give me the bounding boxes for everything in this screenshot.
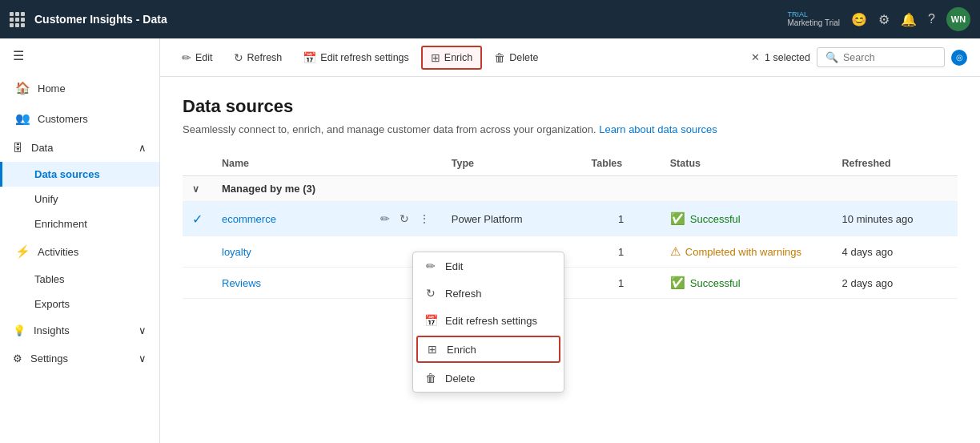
sidebar-group-label: Settings: [30, 352, 68, 364]
sidebar-item-tables[interactable]: Tables: [0, 267, 159, 292]
toolbar-right: ✕ 1 selected 🔍 ◎: [751, 47, 967, 67]
edit-button[interactable]: ✏ Edit: [173, 46, 222, 69]
group-chevron-icon[interactable]: ∨: [192, 183, 199, 195]
enrich-cm-icon: ⊞: [426, 343, 439, 356]
row-tables: 1: [582, 202, 661, 236]
page-description: Seamlessly connect to, enrich, and manag…: [183, 123, 958, 135]
trial-badge: Trial Marketing Trial: [788, 10, 841, 29]
blue-orb-icon: ◎: [951, 50, 967, 66]
learn-link[interactable]: Learn about data sources: [599, 123, 717, 135]
calendar-icon: 📅: [303, 51, 316, 64]
sidebar-subitem-label: Exports: [34, 298, 70, 310]
customers-icon: 👥: [15, 111, 30, 126]
context-menu-edit[interactable]: ✏ Edit: [413, 252, 564, 280]
success-icon: ✅: [670, 276, 685, 290]
sidebar-group-label: Data: [31, 142, 53, 154]
sidebar-group-settings[interactable]: ⚙ Settings ∨: [0, 344, 159, 373]
help-icon[interactable]: ?: [928, 12, 935, 26]
context-menu: ✏ Edit ↻ Refresh 📅 Edit refresh settings…: [412, 252, 564, 393]
refresh-row-icon[interactable]: ↻: [397, 210, 412, 228]
enrich-icon: ⊞: [431, 51, 440, 64]
row-type: Power Platform: [442, 202, 582, 236]
context-menu-enrich[interactable]: ⊞ Enrich: [416, 336, 560, 363]
sidebar-group-insights[interactable]: 💡 Insights ∨: [0, 316, 159, 344]
sidebar-item-exports[interactable]: Exports: [0, 292, 159, 316]
success-icon: ✅: [670, 211, 685, 226]
toolbar: ✏ Edit ↻ Refresh 📅 Edit refresh settings…: [160, 38, 980, 77]
search-input[interactable]: [843, 52, 936, 63]
sidebar-item-label: Customers: [38, 113, 88, 125]
gear-icon: ⚙: [13, 352, 22, 364]
row-name-link[interactable]: loyalty: [222, 246, 251, 258]
page-content: Data sources Seamlessly connect to, enri…: [160, 77, 980, 443]
refresh-icon: ↻: [234, 51, 243, 64]
settings-icon[interactable]: ⚙: [878, 12, 890, 27]
sidebar-group-label: Insights: [34, 324, 70, 336]
insights-icon: 💡: [13, 324, 26, 336]
delete-icon: 🗑: [494, 51, 505, 64]
avatar[interactable]: WN: [946, 7, 970, 31]
col-name: Name: [212, 151, 368, 176]
context-menu-delete[interactable]: 🗑 Delete: [413, 364, 564, 392]
table-row[interactable]: ✓ ecommerce ✏ ↻ ⋮ Power Platfor: [183, 202, 958, 236]
col-refreshed: Refreshed: [833, 151, 958, 176]
table-row[interactable]: Reviews 1 ✅ Successful 2 days ago: [183, 268, 958, 299]
chevron-down-icon: ∨: [139, 324, 147, 336]
row-name-link[interactable]: ecommerce: [222, 213, 276, 225]
table-row[interactable]: loyalty 1 ⚠ Completed with warnings 4 da…: [183, 236, 958, 268]
sidebar-item-home[interactable]: 🏠 Home: [0, 73, 159, 103]
row-tables: 1: [582, 236, 661, 268]
checkbox-checked-icon[interactable]: ✓: [192, 212, 203, 226]
context-menu-refresh[interactable]: ↻ Refresh: [413, 280, 564, 307]
sidebar-subitem-label: Unify: [34, 193, 58, 205]
sidebar-toggle[interactable]: ☰: [0, 38, 159, 73]
search-box[interactable]: 🔍: [817, 47, 945, 67]
group-row: ∨ Managed by me (3): [183, 176, 958, 202]
edit-cm-icon: ✏: [424, 260, 437, 272]
row-refreshed: 2 days ago: [833, 268, 958, 299]
status-badge: ✅ Successful: [670, 211, 823, 226]
delete-cm-icon: 🗑: [424, 372, 437, 385]
selected-count: ✕ 1 selected: [751, 51, 810, 63]
topbar: Customer Insights - Data Trial Marketing…: [0, 0, 980, 38]
delete-button[interactable]: 🗑 Delete: [485, 46, 547, 69]
sidebar-item-enrichment[interactable]: Enrichment: [0, 211, 159, 236]
refresh-cm-icon: ↻: [424, 287, 437, 300]
activities-icon: ⚡: [15, 244, 30, 259]
smiley-icon[interactable]: 😊: [851, 12, 867, 27]
row-actions: ✏ ↻ ⋮: [378, 210, 432, 228]
waffle-icon[interactable]: [10, 12, 25, 27]
close-selection-icon[interactable]: ✕: [751, 51, 760, 63]
page-title: Data sources: [183, 96, 958, 117]
status-badge: ⚠ Completed with warnings: [670, 244, 823, 259]
refresh-button[interactable]: ↻ Refresh: [225, 46, 291, 69]
edit-icon: ✏: [182, 51, 191, 64]
sidebar-item-unify[interactable]: Unify: [0, 187, 159, 211]
chevron-up-icon: ∧: [139, 142, 147, 154]
status-badge: ✅ Successful: [670, 276, 823, 290]
row-tables: 1: [582, 268, 661, 299]
col-type: Type: [442, 151, 582, 176]
sidebar-item-customers[interactable]: 👥 Customers: [0, 103, 159, 134]
sidebar-item-data-sources[interactable]: Data sources: [0, 162, 159, 187]
data-sources-table: Name Type Tables Status Refreshed ∨: [183, 151, 958, 299]
col-actions-head: [368, 151, 442, 176]
warning-icon: ⚠: [670, 244, 681, 259]
enrich-button[interactable]: ⊞ Enrich: [421, 46, 482, 70]
topbar-right: Trial Marketing Trial 😊 ⚙ 🔔 ? WN: [788, 7, 970, 31]
row-refreshed: 4 days ago: [833, 236, 958, 268]
context-menu-edit-refresh[interactable]: 📅 Edit refresh settings: [413, 307, 564, 334]
sidebar-group-data[interactable]: 🗄 Data ∧: [0, 134, 159, 162]
topbar-left: Customer Insights - Data: [10, 12, 167, 27]
more-row-icon[interactable]: ⋮: [416, 210, 432, 228]
sidebar-subitem-label: Enrichment: [34, 218, 87, 230]
edit-refresh-button[interactable]: 📅 Edit refresh settings: [294, 46, 417, 69]
sidebar-subitem-label: Tables: [34, 273, 65, 285]
notification-icon[interactable]: 🔔: [901, 12, 917, 27]
chevron-down-icon: ∨: [139, 352, 147, 364]
col-tables: Tables: [582, 151, 661, 176]
sidebar-item-activities[interactable]: ⚡ Activities: [0, 236, 159, 267]
edit-row-icon[interactable]: ✏: [378, 210, 392, 228]
sidebar: ☰ 🏠 Home 👥 Customers 🗄 Data ∧ Data sourc…: [0, 38, 160, 443]
row-name-link[interactable]: Reviews: [222, 277, 261, 289]
